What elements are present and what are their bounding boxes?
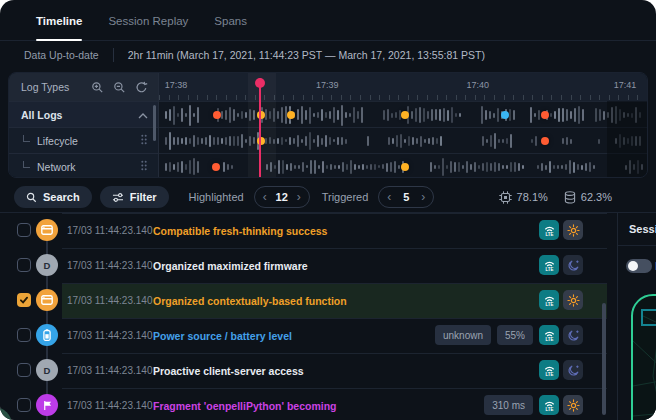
- session-toggle[interactable]: [626, 259, 652, 273]
- log-row[interactable]: 17/03 11:44:23.140Fragment 'oenpelliPyth…: [0, 388, 612, 420]
- event-dot[interactable]: [501, 111, 509, 119]
- log-row[interactable]: D17/03 11:44:23.140Proactive client-serv…: [0, 353, 612, 388]
- badge-group: unknown55%: [435, 325, 533, 345]
- waveform-bar: [285, 139, 287, 142]
- log-list-scrollbar[interactable]: [602, 303, 606, 415]
- refresh-icon[interactable]: [132, 79, 150, 95]
- event-dot[interactable]: [541, 111, 549, 119]
- axis-tick: [484, 95, 485, 100]
- dark-mode-button[interactable]: [563, 325, 583, 345]
- zoom-out-icon[interactable]: [110, 79, 128, 95]
- waveform-bar: [404, 139, 406, 144]
- axis-tick: [504, 95, 505, 100]
- log-timestamp: 17/03 11:44:23.140: [67, 248, 152, 283]
- triggered-prev-icon[interactable]: ‹: [387, 191, 391, 203]
- waveform-bar: [294, 165, 296, 168]
- row-checkbox[interactable]: [17, 398, 31, 412]
- waveform-bar: [341, 105, 343, 126]
- axis-tick: [551, 95, 552, 100]
- log-row[interactable]: D17/03 11:44:23.140Organized maximized f…: [0, 248, 612, 283]
- waveform-bar: [553, 165, 555, 170]
- axis-tick: [532, 95, 533, 100]
- drag-handle-icon[interactable]: [140, 160, 148, 173]
- dark-mode-button[interactable]: [563, 360, 583, 380]
- axis-time-label: 17:40: [466, 80, 489, 90]
- waveform-bar: [394, 161, 396, 173]
- light-mode-button[interactable]: [563, 220, 583, 240]
- waveform-bar: [177, 113, 179, 117]
- search-button[interactable]: Search: [14, 186, 92, 208]
- waveform-bar: [554, 111, 556, 119]
- row-checkbox[interactable]: [17, 293, 31, 307]
- tab-timeline[interactable]: Timeline: [36, 15, 82, 40]
- event-dot[interactable]: [401, 111, 409, 119]
- tab-spans[interactable]: Spans: [214, 15, 247, 40]
- waveform-bar: [558, 108, 560, 122]
- axis-tick: [188, 95, 189, 100]
- cpu-meter: 78.1%: [499, 191, 548, 204]
- waveform-bar: [561, 165, 563, 168]
- network-lte-button[interactable]: LTE: [539, 360, 559, 380]
- waveform-bar: [290, 163, 292, 170]
- dark-mode-button[interactable]: [563, 255, 583, 275]
- highlighted-next-icon[interactable]: ›: [297, 191, 301, 203]
- waveform-bar: [313, 113, 315, 117]
- log-row[interactable]: 17/03 11:44:23.140Compatible fresh-think…: [0, 213, 612, 248]
- waveform-bar: [391, 113, 393, 118]
- waveform-bar: [197, 161, 199, 173]
- row-checkbox[interactable]: [17, 223, 31, 237]
- row-checkbox[interactable]: [17, 328, 31, 342]
- event-dot[interactable]: [212, 163, 220, 171]
- event-dot[interactable]: [213, 111, 221, 119]
- log-type-row-lifecycle[interactable]: Lifecycle: [9, 127, 158, 153]
- log-types-scrollbar[interactable]: [153, 105, 156, 141]
- waveform-bar: [545, 165, 547, 170]
- log-row[interactable]: 17/03 11:44:23.140Organized contextually…: [0, 283, 612, 318]
- network-lte-button[interactable]: LTE: [539, 325, 559, 345]
- network-lte-button[interactable]: LTE: [539, 220, 559, 240]
- time-axis: 17:3817:3917:4017:41: [159, 73, 647, 101]
- log-type-label: Lifecycle: [37, 135, 78, 147]
- log-row[interactable]: 17/03 11:44:23.140Power source / battery…: [0, 318, 612, 353]
- waveform-bar: [541, 163, 543, 172]
- network-lte-button[interactable]: LTE: [539, 255, 559, 275]
- tab-session-replay[interactable]: Session Replay: [108, 15, 188, 40]
- row-checkbox[interactable]: [17, 258, 31, 272]
- waveform-bar: [578, 106, 580, 125]
- playhead-line[interactable]: [259, 78, 261, 177]
- network-lte-button[interactable]: LTE: [539, 395, 559, 415]
- light-mode-button[interactable]: [563, 395, 583, 415]
- waveform-bar: [173, 164, 175, 170]
- waveform-bar: [408, 136, 410, 146]
- event-dot[interactable]: [401, 163, 409, 171]
- waveform-bar: [458, 162, 460, 172]
- waveform-bar: [321, 109, 323, 122]
- waveform-bar: [169, 109, 171, 121]
- filter-button[interactable]: Filter: [100, 186, 169, 208]
- waveform-bar: [165, 163, 167, 172]
- waveform-bar: [431, 109, 433, 121]
- waveform-bar: [430, 162, 432, 172]
- drag-handle-icon[interactable]: [140, 134, 148, 147]
- row-checkbox[interactable]: [17, 363, 31, 377]
- waveform-bar: [387, 109, 389, 122]
- highlighted-prev-icon[interactable]: ‹: [263, 191, 267, 203]
- log-timestamp: 17/03 11:44:23.140: [67, 388, 152, 420]
- network-lte-button[interactable]: LTE: [539, 290, 559, 310]
- waveform-bar: [278, 160, 280, 174]
- playhead-handle[interactable]: [255, 78, 265, 88]
- waveform-bar: [415, 108, 417, 122]
- waveform-bar: [282, 160, 284, 175]
- collapse-chevron-icon[interactable]: [138, 109, 148, 121]
- light-mode-button[interactable]: [563, 290, 583, 310]
- zoom-in-icon[interactable]: [88, 79, 106, 95]
- waveform-bar: [474, 162, 476, 172]
- waveform-bar: [481, 106, 483, 124]
- event-dot[interactable]: [541, 137, 549, 145]
- log-type-row-network[interactable]: Network: [9, 153, 158, 178]
- out-of-range-shade: [607, 101, 647, 177]
- list-toolbar: Search Filter Highlighted ‹ 12 › Trigger…: [0, 183, 656, 211]
- log-type-row-all-logs[interactable]: All Logs: [9, 101, 158, 127]
- triggered-next-icon[interactable]: ›: [421, 191, 425, 203]
- waveform-bar: [494, 162, 496, 172]
